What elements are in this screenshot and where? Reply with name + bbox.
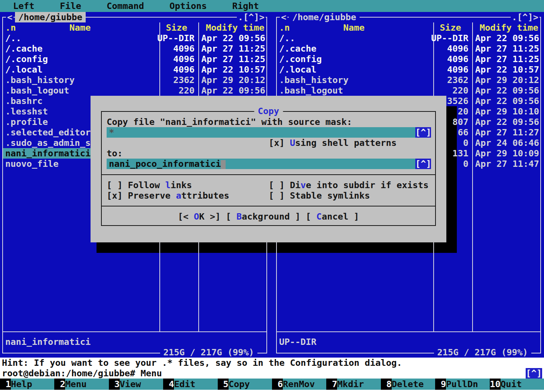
- panel-path[interactable]: /home/giubbe: [289, 12, 360, 22]
- file-row[interactable]: /.local4096Apr 22 10:57: [3, 64, 266, 75]
- ministatus-separator: [3, 331, 266, 332]
- panel-path[interactable]: /home/giubbe: [15, 12, 86, 22]
- menu-item-options[interactable]: Options: [169, 1, 207, 11]
- file-row[interactable]: /.cache4096Apr 27 11:25: [277, 43, 540, 54]
- file-name: .bash_logout: [277, 85, 431, 96]
- file-name: /..: [3, 33, 157, 43]
- file-mtime: Apr 22 10:57: [196, 64, 265, 75]
- file-name: /.local: [277, 64, 431, 75]
- fkey-delete[interactable]: 8Delete: [381, 379, 435, 390]
- fkey-number: 8: [381, 379, 392, 390]
- panel-status: UP--DIR: [279, 337, 317, 347]
- checkbox-shell-patterns[interactable]: [x]Using shell patterns: [269, 138, 397, 148]
- file-size: 4096: [431, 43, 470, 54]
- fkey-number: 6: [272, 379, 283, 390]
- panel-header: .nName Size Modify time: [3, 22, 266, 33]
- file-row[interactable]: .bash_history2362Apr 29 20:12: [3, 75, 266, 85]
- fkey-number: 1: [0, 379, 11, 390]
- background-button[interactable]: [ Background ]: [226, 211, 300, 222]
- fkey-pulldn[interactable]: 9PullDn: [435, 379, 489, 390]
- fkey-number: 5: [218, 379, 229, 390]
- column-header-name[interactable]: .nName: [3, 22, 157, 33]
- checkbox-dive-into-subdir[interactable]: [ ]Dive into subdir if exists: [269, 180, 429, 190]
- file-row[interactable]: /.cache4096Apr 27 11:25: [3, 43, 266, 54]
- file-row[interactable]: .bash_logout220Apr 22 09:56: [277, 85, 540, 96]
- history-button-source[interactable]: [^]: [415, 127, 431, 138]
- file-name: /.cache: [277, 43, 431, 54]
- file-mtime: Apr 22 09:56: [470, 96, 539, 106]
- menu-item-command[interactable]: Command: [107, 1, 144, 11]
- fkey-number: 2: [54, 379, 65, 390]
- fkey-view[interactable]: 3View: [109, 379, 163, 390]
- file-name: .bash_history: [3, 75, 157, 85]
- copy-dialog: Copy Copy file "nani_informatici" with s…: [91, 96, 446, 242]
- column-header-size[interactable]: Size: [431, 22, 470, 33]
- panel-up-control[interactable]: .[^]>: [237, 12, 266, 22]
- checkbox-state: [ ]: [269, 180, 285, 190]
- file-size: 4096: [431, 54, 470, 64]
- fkey-label: Quit: [501, 379, 544, 390]
- panel-up-control[interactable]: .[^]>: [511, 12, 540, 22]
- file-mtime: Apr 27 11:27: [470, 127, 539, 138]
- file-size: 2362: [431, 75, 470, 85]
- file-row[interactable]: /..UP--DIRApr 22 09:56: [3, 33, 266, 43]
- file-row[interactable]: /..UP--DIRApr 22 09:56: [277, 33, 540, 43]
- fkey-number: 7: [326, 379, 337, 390]
- fkey-number: 10: [490, 379, 501, 390]
- mc-terminal-screen: LeftFileCommandOptionsRight < /home/giub…: [0, 0, 544, 392]
- checkbox-state: [ ]: [269, 190, 285, 201]
- file-mtime: Apr 27 11:25: [196, 54, 265, 64]
- sort-indicator[interactable]: .n: [5, 22, 16, 33]
- destination-input[interactable]: nani_poco_informatici: [107, 159, 415, 169]
- file-row[interactable]: .bash_logout220Apr 22 09:56: [3, 85, 266, 96]
- checkbox-follow-links[interactable]: [ ]Follow links: [107, 180, 192, 190]
- shell-command: Menu: [141, 368, 162, 379]
- file-row[interactable]: /.config4096Apr 27 11:25: [277, 54, 540, 64]
- fkey-copy[interactable]: 5Copy: [218, 379, 272, 390]
- fkey-quit[interactable]: 10Quit: [490, 379, 544, 390]
- panel-history-back[interactable]: <: [6, 12, 13, 22]
- menu-item-file[interactable]: File: [60, 1, 81, 11]
- file-mtime: Apr 29 20:12: [196, 75, 265, 85]
- file-mtime: Apr 22 10:57: [470, 64, 539, 75]
- panel-toggle-button[interactable]: [^]: [526, 368, 542, 379]
- file-row[interactable]: /.local4096Apr 22 10:57: [277, 64, 540, 75]
- ok-button[interactable]: [< OK >]: [178, 211, 220, 222]
- file-mtime: Apr 27 11:25: [470, 54, 539, 64]
- column-header-size[interactable]: Size: [157, 22, 196, 33]
- fkey-menu[interactable]: 2Menu: [54, 379, 109, 390]
- fkey-renmov[interactable]: 6RenMov: [272, 379, 326, 390]
- function-key-bar: 1Help2Menu3View4Edit5Copy6RenMov7Mkdir8D…: [0, 379, 544, 390]
- panel-history-back[interactable]: <: [280, 12, 287, 22]
- disk-usage: 215G / 217G (99%): [160, 347, 257, 358]
- file-mtime: Apr 27 11:25: [196, 43, 265, 54]
- panel-border-right: [540, 17, 541, 353]
- source-mask-input[interactable]: *: [107, 127, 415, 138]
- file-row[interactable]: /.config4096Apr 27 11:25: [3, 54, 266, 64]
- file-name: .bash_logout: [3, 85, 157, 96]
- file-mtime: Apr 22 09:56: [196, 33, 265, 43]
- shell-prompt-line[interactable]: root@debian:/home/giubbe# Menu[^]: [0, 368, 544, 379]
- column-header-mtime[interactable]: Modify time: [196, 22, 265, 33]
- panel-header: .nName Size Modify time: [277, 22, 540, 33]
- column-header-name[interactable]: .nName: [277, 22, 431, 33]
- sort-indicator[interactable]: .n: [279, 22, 290, 33]
- checkbox-stable-symlinks[interactable]: [ ]Stable symlinks: [269, 190, 370, 201]
- cancel-button[interactable]: [ Cancel ]: [306, 211, 359, 222]
- file-row[interactable]: .bash_history2362Apr 29 20:12: [277, 75, 540, 85]
- to-label: to:: [107, 148, 123, 159]
- destination-value: nani_poco_informatici: [109, 159, 221, 169]
- menu-item-right[interactable]: Right: [232, 1, 259, 11]
- checkbox-preserve-attributes[interactable]: [x]Preserve attributes: [107, 190, 229, 201]
- history-button-destination[interactable]: [^]: [415, 159, 431, 169]
- menu-item-left[interactable]: Left: [13, 1, 34, 11]
- column-header-mtime[interactable]: Modify time: [470, 22, 538, 33]
- file-size: 4096: [157, 43, 196, 54]
- file-size: 220: [157, 85, 196, 96]
- fkey-mkdir[interactable]: 7Mkdir: [326, 379, 381, 390]
- panel-status: nani_informatici: [5, 337, 91, 347]
- file-mtime: Apr 22 09:56: [196, 85, 265, 96]
- fkey-help[interactable]: 1Help: [0, 379, 54, 390]
- disk-usage: 215G / 217G (99%): [434, 347, 531, 358]
- fkey-edit[interactable]: 4Edit: [163, 379, 217, 390]
